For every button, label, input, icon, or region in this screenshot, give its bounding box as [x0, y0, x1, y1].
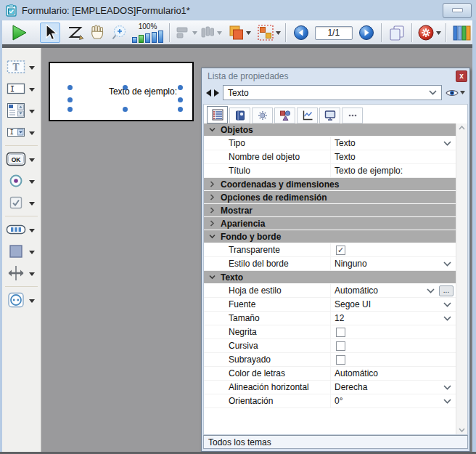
panel-scrollbar[interactable] [456, 123, 467, 434]
zoom-level-control[interactable]: 100% [132, 23, 163, 43]
zoom-bar[interactable] [158, 31, 163, 43]
dropdown-arrow-icon[interactable] [29, 295, 35, 305]
button-tool[interactable]: OK [2, 148, 41, 170]
themes-footer[interactable]: Todos los temas [203, 435, 468, 449]
property-panel-titlebar[interactable]: Lista de propiedades x [202, 68, 469, 84]
panel-close-button[interactable]: x [456, 70, 467, 82]
tab-action[interactable] [252, 108, 273, 123]
chevron-down-icon[interactable] [443, 399, 451, 404]
chevron-down-icon[interactable] [443, 262, 451, 267]
section-header-6[interactable]: Texto [204, 271, 456, 284]
section-header-4[interactable]: Apariencia [204, 217, 456, 230]
section-header-5[interactable]: Fondo y borde [204, 230, 456, 243]
selection-handle[interactable] [178, 97, 183, 102]
checkbox-checked[interactable]: ✓ [336, 246, 345, 255]
plugin-area-tool[interactable] [2, 289, 41, 311]
property-value[interactable]: Texto de ejemplo: [330, 164, 456, 177]
property-value[interactable]: ✓ [330, 243, 456, 256]
dropdown-arrow-icon[interactable] [246, 31, 251, 35]
chevron-down-icon[interactable] [427, 288, 435, 293]
dropdown-arrow-icon[interactable] [192, 31, 197, 35]
dropdown-arrow-icon[interactable] [29, 176, 35, 186]
execute-form-button[interactable] [9, 23, 29, 43]
property-value[interactable] [330, 325, 456, 339]
radio-button-tool[interactable] [2, 170, 41, 192]
scroll-down-icon[interactable] [459, 428, 465, 432]
property-value[interactable] [330, 353, 456, 366]
property-value[interactable]: Automático... [330, 284, 456, 297]
chevron-down-icon[interactable] [443, 385, 451, 390]
text-input-tool[interactable]: I [2, 78, 41, 100]
property-value[interactable]: Ninguno [330, 257, 456, 270]
pointer-tool-button[interactable] [40, 23, 60, 43]
property-value[interactable] [330, 339, 456, 352]
previous-object-button[interactable] [206, 89, 212, 97]
property-value[interactable]: Derecha [330, 381, 456, 394]
dropdown-arrow-icon[interactable] [29, 105, 35, 115]
previous-page-button[interactable] [291, 23, 311, 43]
scroll-up-icon[interactable] [459, 126, 465, 130]
property-value[interactable]: Segoe UI [330, 298, 456, 311]
list-box-tool[interactable] [2, 100, 41, 121]
dropdown-arrow-icon[interactable] [29, 246, 35, 256]
group-menu-button[interactable] [257, 23, 281, 43]
zoom-bar[interactable] [145, 33, 150, 43]
checkbox-unchecked[interactable] [336, 355, 345, 365]
display-options-button[interactable] [387, 23, 407, 43]
minimize-button[interactable] [443, 3, 472, 18]
splitter-tool[interactable] [2, 262, 41, 284]
zoom-bar[interactable] [132, 37, 137, 43]
dropdown-arrow-icon[interactable] [29, 198, 35, 208]
form-page-area[interactable]: Texto de ejemplo: [49, 62, 194, 121]
property-value[interactable]: Texto [330, 137, 456, 150]
tab-events[interactable] [297, 108, 318, 123]
library-button[interactable] [451, 23, 472, 43]
pan-tool-button[interactable] [87, 23, 107, 43]
next-page-button[interactable] [356, 23, 377, 43]
chevron-down-icon[interactable] [443, 141, 451, 146]
dropdown-arrow-icon[interactable] [436, 31, 441, 35]
dropdown-arrow-icon[interactable] [29, 127, 35, 137]
zoom-bar[interactable] [152, 32, 157, 43]
dropdown-arrow-icon[interactable] [29, 224, 35, 235]
dropdown-arrow-icon[interactable] [276, 31, 281, 35]
chevron-down-icon[interactable] [443, 302, 451, 307]
selection-handle[interactable] [67, 85, 73, 90]
selection-handle[interactable] [67, 97, 73, 102]
property-value[interactable]: Automático [330, 367, 456, 380]
preferences-button[interactable] [417, 23, 441, 43]
dropdown-arrow-icon[interactable] [29, 154, 35, 164]
selection-handle[interactable] [178, 85, 183, 90]
property-value[interactable]: 0° [330, 394, 456, 408]
dropdown-arrow-icon[interactable] [29, 62, 35, 72]
dropdown-arrow-icon[interactable] [217, 31, 222, 35]
static-text-tool[interactable]: T [2, 56, 41, 78]
dropdown-arrow-icon[interactable] [29, 268, 35, 278]
combo-box-tool[interactable]: I [2, 121, 41, 143]
tab-more[interactable] [342, 108, 363, 123]
tab-objects[interactable] [274, 108, 295, 123]
selection-handle[interactable] [123, 107, 128, 112]
ellipsis-button[interactable]: ... [439, 285, 454, 296]
level-menu-button[interactable] [227, 23, 251, 43]
selected-text-object[interactable]: Texto de ejemplo: [109, 86, 177, 97]
visibility-menu-button[interactable] [446, 89, 465, 97]
tab-display[interactable] [319, 108, 340, 123]
tab-property-list[interactable] [207, 106, 228, 123]
zoom-tool-button[interactable] [109, 23, 129, 43]
rectangle-tool[interactable] [2, 240, 41, 262]
tab-data[interactable] [229, 108, 250, 123]
zoom-bar[interactable] [139, 35, 144, 43]
checkbox-tool[interactable] [2, 192, 41, 214]
property-value[interactable]: 12 [330, 312, 456, 325]
section-header-2[interactable]: Opciones de redimensión [204, 191, 456, 204]
section-header-1[interactable]: Coordenadas y dimensiones [204, 178, 456, 191]
checkbox-unchecked[interactable] [336, 328, 345, 337]
section-header-3[interactable]: Mostrar [204, 204, 456, 217]
button-grid-tool[interactable] [2, 219, 41, 240]
selection-handle[interactable] [178, 107, 183, 112]
selection-handle[interactable] [123, 85, 128, 90]
property-value[interactable]: Texto [330, 150, 456, 163]
checkbox-unchecked[interactable] [336, 341, 345, 351]
next-object-button[interactable] [213, 89, 219, 97]
